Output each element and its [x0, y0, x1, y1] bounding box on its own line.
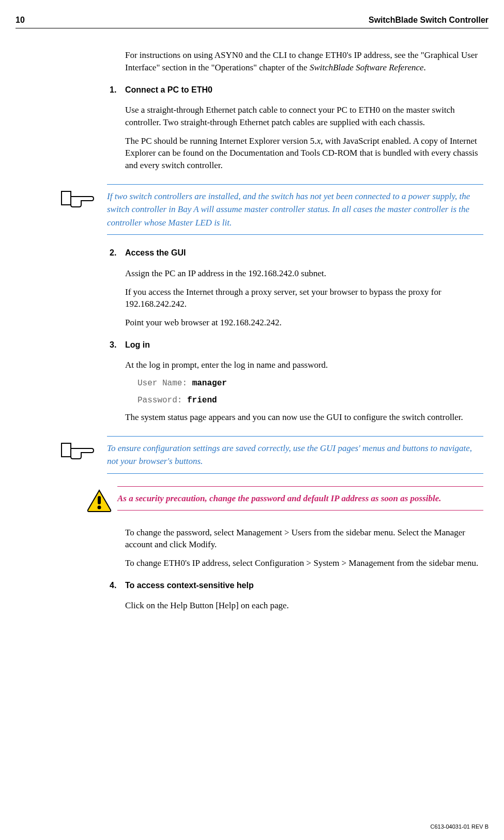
step-3-title: 3.Log in	[110, 339, 483, 351]
pointing-hand-icon	[60, 188, 97, 213]
note-block-2: To ensure configuration settings are sav…	[60, 436, 483, 474]
page-header: 10 SwitchBlade Switch Controller	[16, 16, 488, 28]
step-1-p2: The PC should be running Internet Explor…	[125, 135, 483, 172]
caution-text: As a security precaution, change the pas…	[117, 486, 483, 511]
warning-triangle-icon	[86, 489, 112, 516]
step-2-p3: Point your web browser at 192.168.242.24…	[125, 317, 483, 329]
document-id: C613-04031-01 REV B	[430, 823, 488, 830]
svg-point-3	[98, 505, 101, 509]
page-number: 10	[16, 16, 25, 25]
step-2-p1: Assign the PC an IP address in the 192.1…	[125, 267, 483, 280]
svg-rect-0	[62, 191, 71, 205]
pointing-hand-icon	[60, 440, 97, 464]
note-1-text: If two switch controllers are installed,…	[107, 184, 483, 235]
code-username: User Name: manager	[138, 378, 483, 389]
intro-paragraph: For instructions on using ASYN0 and the …	[125, 49, 483, 74]
svg-rect-2	[98, 496, 101, 504]
after-caution-p1: To change the password, select Managemen…	[125, 527, 483, 551]
main-content: For instructions on using ASYN0 and the …	[125, 49, 483, 612]
note-2-text: To ensure configuration settings are sav…	[107, 436, 483, 474]
section-title: SwitchBlade Switch Controller	[369, 16, 488, 25]
code-password: Password: friend	[138, 395, 483, 406]
svg-rect-1	[62, 443, 71, 457]
note-block-1: If two switch controllers are installed,…	[60, 184, 483, 235]
caution-block: As a security precaution, change the pas…	[86, 486, 483, 516]
step-1-p1: Use a straight-through Ethernet patch ca…	[125, 104, 483, 129]
step-3-p1: At the log in prompt, enter the log in n…	[125, 359, 483, 371]
step-4-p1: Click on the Help Button [Help] on each …	[125, 599, 483, 612]
step-1-title: 1.Connect a PC to ETH0	[110, 84, 483, 96]
step-2-title: 2.Access the GUI	[110, 247, 483, 259]
page: 10 SwitchBlade Switch Controller For ins…	[0, 0, 504, 840]
step-3-p2: The system status page appears and you c…	[125, 411, 483, 424]
step-4-title: 4.To access context-sensitive help	[110, 580, 483, 591]
after-caution-p2: To change ETH0's IP address, select Conf…	[125, 557, 483, 569]
reference-title: SwitchBlade Software Reference	[310, 63, 424, 72]
step-2-p2: If you access the Internet through a pro…	[125, 286, 483, 311]
